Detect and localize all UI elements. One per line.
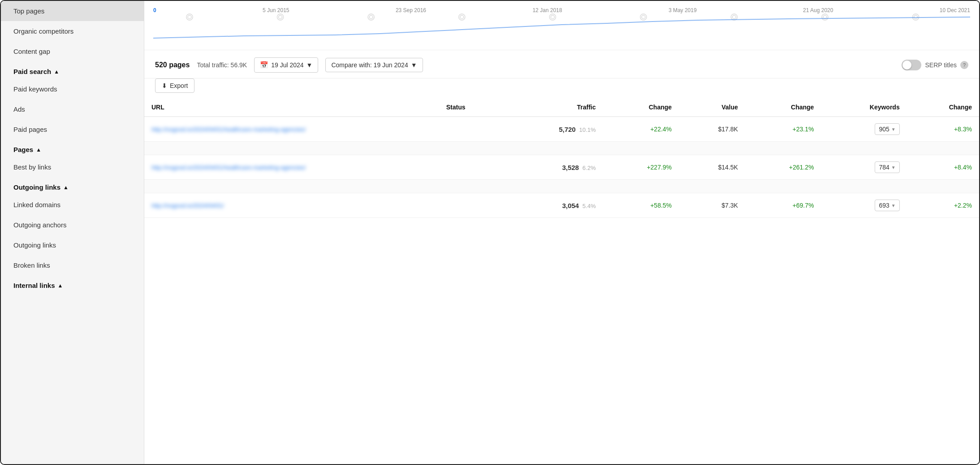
sidebar-header-label: Internal links	[13, 282, 55, 289]
cell-change1: +227.9%	[603, 155, 679, 180]
sidebar-item-label: Top pages	[13, 7, 44, 15]
sidebar-item-label: Paid pages	[13, 126, 47, 133]
sidebar-item-label: Linked domains	[13, 201, 60, 209]
traffic-value: 3,528	[562, 164, 579, 171]
col-change1: Change	[603, 98, 679, 117]
compare-button[interactable]: Compare with: 19 Jun 2024 ▼	[325, 58, 423, 72]
serp-toggle-area: SERP titles ?	[902, 60, 968, 70]
traffic-percent: 6.2%	[583, 165, 596, 171]
svg-point-11	[642, 15, 645, 19]
axis-label-4: 3 May 2019	[669, 7, 697, 13]
svg-point-16	[912, 14, 919, 20]
axis-label-6: 10 Dec 2021	[940, 7, 970, 13]
sidebar-item-label: Outgoing anchors	[13, 221, 66, 229]
sidebar-header-arrow: ▲	[63, 184, 69, 191]
url-link[interactable]: http://nogood.io/2024/04/01/healthcare-m…	[151, 126, 432, 133]
svg-point-0	[186, 14, 193, 20]
table-row: http://nogood.io/2024/04/01/healthcare-m…	[144, 155, 979, 180]
keywords-count: 905	[879, 126, 889, 133]
sidebar-header-arrow: ▲	[58, 282, 63, 289]
serp-toggle[interactable]	[902, 60, 921, 70]
axis-label-2: 23 Sep 2016	[396, 7, 426, 13]
axis-label-0: 0	[153, 7, 156, 13]
svg-point-9	[551, 15, 554, 19]
cell-value: $17.8K	[679, 117, 745, 142]
sidebar-item-label: Paid keywords	[13, 85, 57, 93]
pages-count: 520 pages	[155, 61, 190, 69]
sidebar-item-linked-domains[interactable]: Linked domains	[1, 195, 144, 215]
table-area: URL Status Traffic Change Value Change K…	[144, 98, 979, 464]
sidebar-item-top-pages[interactable]: Top pages	[1, 1, 144, 21]
sidebar-header-paid-search-header[interactable]: Paid search ▲	[1, 61, 144, 79]
export-button[interactable]: ⬇ Export	[155, 78, 194, 93]
col-value: Value	[679, 98, 745, 117]
help-icon[interactable]: ?	[960, 61, 968, 69]
sidebar-item-outgoing-links[interactable]: Outgoing links	[1, 235, 144, 255]
table-header-row: URL Status Traffic Change Value Change K…	[144, 98, 979, 117]
sidebar-item-label: Organic competitors	[13, 27, 73, 35]
date-chevron-icon: ▼	[307, 61, 313, 69]
sidebar-item-label: Best by links	[13, 163, 51, 171]
total-traffic: Total traffic: 56.9K	[197, 61, 247, 69]
date-picker-button[interactable]: 📅 19 Jul 2024 ▼	[254, 57, 318, 73]
export-label: Export	[170, 82, 188, 89]
sidebar-item-paid-keywords[interactable]: Paid keywords	[1, 79, 144, 99]
keywords-dropdown-button[interactable]: 905 ▼	[875, 123, 899, 135]
svg-point-5	[369, 15, 373, 19]
table-row: http://nogood.io/2024/04/01/ 3,054 5.4% …	[144, 193, 979, 218]
sidebar-item-outgoing-anchors[interactable]: Outgoing anchors	[1, 215, 144, 235]
sidebar-header-arrow: ▲	[36, 147, 41, 153]
keywords-dropdown-button[interactable]: 693 ▼	[875, 200, 899, 211]
export-icon: ⬇	[162, 82, 167, 89]
sidebar-item-label: Ads	[13, 105, 25, 113]
svg-point-8	[549, 14, 556, 20]
sidebar-header-pages-header[interactable]: Pages ▲	[1, 139, 144, 157]
svg-point-1	[188, 15, 191, 19]
sidebar-item-ads[interactable]: Ads	[1, 99, 144, 119]
serp-label: SERP titles	[925, 61, 957, 69]
sidebar-item-label: Outgoing links	[13, 241, 56, 249]
sidebar-header-label: Outgoing links	[13, 183, 60, 191]
axis-label-1: 5 Jun 2015	[263, 7, 289, 13]
row-spacer	[144, 142, 979, 155]
sidebar-item-paid-pages[interactable]: Paid pages	[1, 119, 144, 139]
svg-point-7	[460, 15, 464, 19]
export-row: ⬇ Export	[144, 78, 979, 98]
svg-point-10	[640, 14, 647, 20]
cell-change3: +2.2%	[907, 193, 979, 218]
keywords-dropdown-button[interactable]: 784 ▼	[875, 161, 899, 173]
sidebar-item-content-gap[interactable]: Content gap	[1, 41, 144, 61]
traffic-percent: 5.4%	[583, 203, 596, 209]
svg-point-13	[732, 15, 736, 19]
sidebar-item-best-by-links[interactable]: Best by links	[1, 157, 144, 177]
cell-change3: +8.3%	[907, 117, 979, 142]
svg-point-3	[279, 15, 282, 19]
url-link[interactable]: http://nogood.io/2024/04/01/healthcare-m…	[151, 164, 432, 171]
traffic-value: 5,720	[559, 126, 576, 133]
cell-traffic: 3,528 6.2%	[504, 155, 603, 180]
svg-point-17	[914, 15, 917, 19]
date-label: 19 Jul 2024	[271, 61, 303, 69]
svg-point-14	[822, 14, 828, 20]
svg-point-2	[277, 14, 283, 20]
col-url: URL	[144, 98, 439, 117]
keywords-chevron-icon: ▼	[891, 165, 896, 170]
sidebar-item-organic-competitors[interactable]: Organic competitors	[1, 21, 144, 41]
sidebar-header-outgoing-links-header[interactable]: Outgoing links ▲	[1, 177, 144, 195]
cell-keywords: 784 ▼	[821, 155, 907, 180]
traffic-percent: 10.1%	[579, 126, 596, 133]
sidebar-item-label: Broken links	[13, 261, 50, 269]
col-change3: Change	[907, 98, 979, 117]
cell-status	[439, 193, 504, 218]
main-content: 0 5 Jun 2015 23 Sep 2016 12 Jan 2018 3 M…	[144, 1, 979, 464]
col-change2: Change	[745, 98, 821, 117]
url-link[interactable]: http://nogood.io/2024/04/01/	[151, 202, 432, 209]
sidebar-item-broken-links[interactable]: Broken links	[1, 255, 144, 275]
axis-label-3: 12 Jan 2018	[532, 7, 562, 13]
cell-url: http://nogood.io/2024/04/01/	[144, 193, 439, 218]
cell-status	[439, 155, 504, 180]
cell-url: http://nogood.io/2024/04/01/healthcare-m…	[144, 117, 439, 142]
toolbar: 520 pages Total traffic: 56.9K 📅 19 Jul …	[144, 50, 979, 78]
sidebar-item-label: Content gap	[13, 48, 50, 55]
sidebar-header-internal-links-header[interactable]: Internal links ▲	[1, 275, 144, 293]
